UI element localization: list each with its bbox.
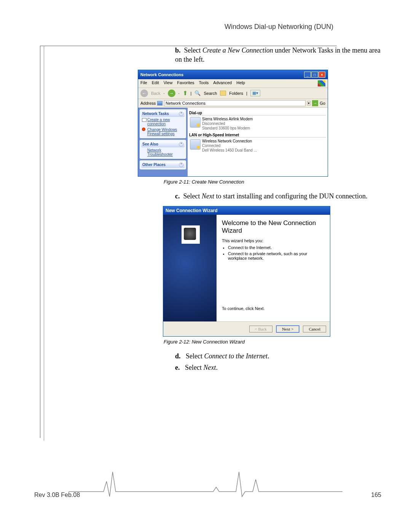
menu-help[interactable]: Help bbox=[236, 80, 245, 86]
wizard-title: New Connection Wizard bbox=[166, 208, 218, 213]
go-icon[interactable]: → bbox=[312, 100, 318, 106]
dialup-name: Sierra Wireless Airlink Modem bbox=[202, 117, 253, 121]
minimize-button[interactable]: _ bbox=[304, 72, 311, 78]
wizard-intro: This wizard helps you: bbox=[222, 238, 325, 243]
step-e-text: Select bbox=[185, 364, 203, 371]
lan-name: Wireless Network Connection bbox=[202, 139, 257, 144]
collapse-icon[interactable]: ⌃ bbox=[179, 112, 183, 116]
see-also-title: See Also bbox=[142, 142, 158, 146]
wizard-body: Welcome to the New Connection Wizard Thi… bbox=[163, 215, 330, 321]
next-button[interactable]: Next > bbox=[276, 326, 299, 332]
address-label: Address bbox=[140, 101, 156, 105]
menu-tools[interactable]: Tools bbox=[199, 80, 209, 86]
maximize-button[interactable]: □ bbox=[311, 72, 318, 78]
step-d-text: Select bbox=[186, 352, 204, 360]
folders-icon[interactable] bbox=[220, 91, 226, 96]
wizard-content: Welcome to the New Connection Wizard Thi… bbox=[217, 215, 330, 321]
network-connections-window: Network Connections _□× File Edit View F… bbox=[138, 70, 328, 177]
step-b-text: Select bbox=[184, 46, 202, 54]
step-c-rest: to start installing and configuring the … bbox=[214, 192, 367, 200]
create-new-connection-link[interactable]: Create a new connection bbox=[141, 117, 185, 127]
wizard-titlebar[interactable]: New Connection Wizard bbox=[163, 206, 330, 215]
window-titlebar[interactable]: Network Connections _□× bbox=[138, 70, 328, 79]
step-e: e. Select Next. bbox=[175, 363, 384, 372]
window-body: Network Tasks⌃ Create a new connection C… bbox=[138, 108, 328, 176]
menu-favorites[interactable]: Favorites bbox=[177, 80, 194, 86]
step-c-text: Select bbox=[183, 192, 202, 200]
step-c-em: Next bbox=[202, 192, 214, 200]
back-icon[interactable]: ← bbox=[140, 89, 148, 97]
lan-device: Dell Wireless 1450 Dual Band ... bbox=[202, 148, 257, 153]
dialup-group-header: Dial-up bbox=[189, 111, 326, 115]
menu-advanced[interactable]: Advanced bbox=[213, 80, 232, 86]
up-icon[interactable]: ⬆ bbox=[183, 89, 188, 97]
step-b: b. Select Create a New Connection under … bbox=[175, 46, 384, 64]
window-buttons: _□× bbox=[304, 72, 325, 78]
views-icon[interactable]: ▦▾ bbox=[250, 90, 260, 96]
close-button[interactable]: × bbox=[319, 72, 325, 78]
dialup-status: Disconnected bbox=[202, 121, 253, 126]
step-d-rest: . bbox=[268, 352, 269, 360]
wizard-sidebar-image bbox=[163, 215, 217, 321]
wizard-heading: Welcome to the New Connection Wizard bbox=[222, 219, 325, 235]
tasks-sidebar: Network Tasks⌃ Create a new connection C… bbox=[138, 108, 188, 176]
dialup-item[interactable]: Sierra Wireless Airlink Modem Disconnect… bbox=[189, 116, 326, 131]
wizard-bullet-1: Connect to the Internet. bbox=[228, 245, 325, 250]
menu-view[interactable]: View bbox=[164, 80, 173, 86]
content-area: b. Select Create a New Connection under … bbox=[175, 46, 384, 372]
ekg-graphic bbox=[68, 468, 342, 498]
folders-label: Folders bbox=[229, 91, 243, 96]
step-b-em: Create a New Connection bbox=[202, 46, 273, 54]
network-tasks-title: Network Tasks bbox=[142, 112, 169, 116]
step-e-rest: . bbox=[216, 364, 218, 371]
dialup-device: Standard 33600 bps Modem bbox=[202, 126, 253, 131]
figure-2-12-caption: Figure 2-12: New Connection Wizard bbox=[164, 339, 384, 345]
search-icon[interactable]: 🔍 bbox=[194, 90, 201, 96]
page-number: 165 bbox=[371, 492, 381, 498]
address-dropdown-icon[interactable]: ▾ bbox=[307, 101, 311, 105]
toolbar: ← Back · → · ⬆ | 🔍 Search Folders | ▦▾ bbox=[138, 88, 328, 99]
cancel-button[interactable]: Cancel bbox=[303, 326, 326, 332]
menu-file[interactable]: File bbox=[140, 80, 147, 86]
window-title: Network Connections bbox=[140, 72, 183, 77]
network-troubleshooter-link[interactable]: Network Troubleshooter bbox=[141, 147, 185, 157]
lan-item[interactable]: Wireless Network Connection Connected De… bbox=[189, 138, 326, 153]
collapse-icon[interactable]: ⌃ bbox=[179, 142, 183, 147]
other-places-title: Other Places bbox=[142, 163, 166, 167]
lan-status: Connected bbox=[202, 144, 257, 148]
modem-icon bbox=[190, 117, 201, 128]
menu-edit[interactable]: Edit bbox=[152, 80, 159, 86]
search-label: Search bbox=[204, 91, 217, 96]
address-icon bbox=[157, 101, 162, 105]
address-bar: Address ▾ → Go bbox=[138, 99, 328, 108]
page-frame-inner bbox=[44, 46, 44, 441]
revision-label: Rev 3.0B Feb.08 bbox=[34, 492, 80, 498]
back-button[interactable]: < Back bbox=[249, 326, 273, 332]
page-header: Windows Dial-up Networking (DUN) bbox=[225, 23, 333, 31]
connections-list: Dial-up Sierra Wireless Airlink Modem Di… bbox=[188, 108, 328, 176]
address-input[interactable] bbox=[164, 100, 306, 106]
new-connection-wizard-window: New Connection Wizard Welcome to the New… bbox=[163, 206, 330, 337]
wizard-continue: To continue, click Next. bbox=[222, 306, 325, 311]
step-d-label: d. bbox=[175, 352, 181, 360]
network-tasks-box: Network Tasks⌃ Create a new connection C… bbox=[140, 109, 186, 138]
windows-flag-icon bbox=[318, 80, 325, 86]
forward-icon[interactable]: → bbox=[168, 89, 175, 97]
step-e-em: Next bbox=[203, 364, 216, 371]
wireless-icon bbox=[190, 139, 201, 150]
go-label: Go bbox=[320, 101, 325, 105]
wizard-bullet-2: Connect to a private network, such as yo… bbox=[228, 251, 325, 260]
lan-group-header: LAN or High-Speed Internet bbox=[189, 133, 326, 137]
step-e-label: e. bbox=[175, 364, 180, 371]
step-c-label: c. bbox=[175, 192, 180, 200]
menu-bar: File Edit View Favorites Tools Advanced … bbox=[138, 79, 328, 88]
step-b-label: b. bbox=[175, 46, 181, 54]
wizard-buttons: < Back Next > Cancel bbox=[163, 321, 330, 336]
other-places-box: Other Places⌃ bbox=[140, 160, 186, 169]
back-label: Back bbox=[151, 91, 160, 96]
collapse-icon[interactable]: ⌃ bbox=[179, 163, 183, 167]
see-also-box: See Also⌃ Network Troubleshooter bbox=[140, 140, 186, 159]
figure-2-11-caption: Figure 2-11: Create New Connection bbox=[164, 179, 384, 185]
change-firewall-link[interactable]: Change Windows Firewall settings bbox=[141, 127, 185, 137]
step-c: c. Select Next to start installing and c… bbox=[175, 192, 384, 201]
